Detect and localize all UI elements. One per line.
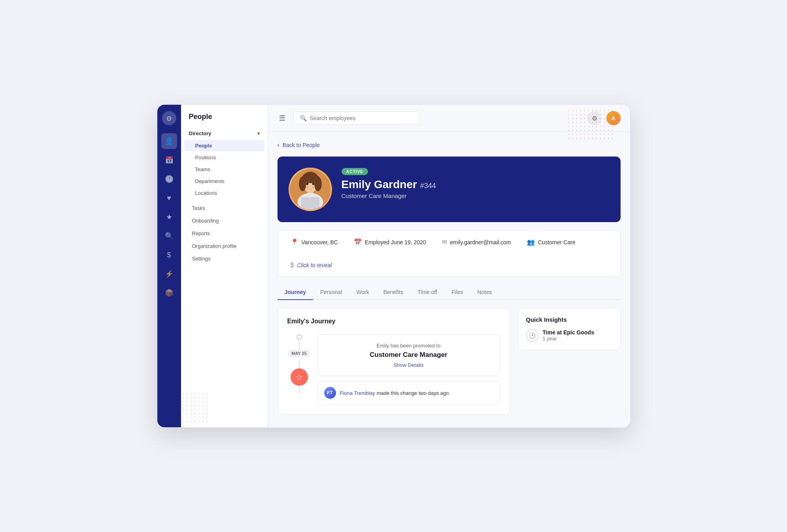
icon-sidebar: ⊙ 👤 📅 🕐 ♥ ★ 🔍 $ ⚡ 📦 [157,105,181,427]
nav-item-onboarding[interactable]: Onboarding [184,215,264,227]
sidebar-icon-box[interactable]: 📦 [161,285,177,301]
network-icon: ⚡ [165,270,174,278]
journey-layout: Emily's Journey MAY 25 ☆ [277,308,621,415]
insight-label: Time at Epic Goods [543,329,594,336]
event-subtitle: Emily has been promoted to [326,343,492,349]
employee-number: #344 [420,182,436,190]
app-container: ⊙ 👤 📅 🕐 ♥ ★ 🔍 $ ⚡ 📦 People [157,104,631,428]
timeline-top-node [296,334,302,340]
settings-icon: ⚙ [592,115,597,122]
sidebar-icon-dollar[interactable]: $ [161,247,177,263]
event-title: Customer Care Manager [326,351,492,359]
tab-files[interactable]: Files [444,285,470,300]
profile-info: ACTIVE Emily Gardner #344 Customer Care … [342,168,608,199]
location-text: Vancouver, BC [302,239,338,245]
magnify-icon: 🔍 [165,232,174,240]
show-details-link[interactable]: Show Details [326,362,492,368]
tab-work[interactable]: Work [349,285,376,300]
top-bar: ☰ 🔍 ⚙ A [268,105,630,132]
quick-insights-card: Quick Insights 🕐 Time at Epic Goods 1 ye… [518,308,621,350]
sidebar-icon-heart[interactable]: ♥ [161,190,177,206]
timeline-line-top [299,341,300,349]
nav-item-settings[interactable]: Settings [184,253,264,265]
content-area: ‹ Back to People [268,132,630,427]
heart-icon: ♥ [167,194,171,202]
profile-avatar [289,168,332,211]
search-icon: 🔍 [300,115,307,121]
insight-clock-icon: 🕐 [526,329,539,342]
timeline-date-badge: MAY 25 [288,349,310,357]
hamburger-icon: ☰ [279,114,285,122]
nav-item-teams[interactable]: Teams [184,164,264,175]
sidebar-icon-people[interactable]: 👤 [161,133,177,149]
search-input[interactable] [310,115,413,121]
status-badge: ACTIVE [342,168,368,175]
change-description: made this change two days ago [377,390,449,396]
svg-rect-12 [301,197,319,209]
back-to-people-link[interactable]: ‹ Back to People [277,141,621,149]
top-bar-right: ⚙ A [587,111,621,125]
sidebar-icon-clock[interactable]: 🕐 [161,171,177,187]
chevron-down-icon: ▾ [257,131,260,136]
salary-detail[interactable]: $ Click to reveal [291,262,332,269]
event-change-card: FT Fiona Tremblay made this change two d… [317,381,500,405]
avatar-image [290,169,330,209]
settings-button[interactable]: ⚙ [587,111,602,125]
changer-avatar: FT [324,387,336,399]
location-detail: 📍 Vancouver, BC [291,238,338,246]
nav-sidebar: People Directory ▾ People Positions Team… [181,105,268,427]
tab-personal[interactable]: Personal [313,285,349,300]
tab-journey[interactable]: Journey [277,285,313,300]
calendar-icon: 📅 [165,156,174,164]
nav-item-locations[interactable]: Locations [184,187,264,199]
department-detail: 👥 Customer Care [527,238,576,246]
nav-item-people[interactable]: People [184,140,264,151]
sidebar-icon-calendar[interactable]: 📅 [161,152,177,168]
sidebar-icon-star[interactable]: ★ [161,209,177,225]
nav-item-tasks[interactable]: Tasks [184,202,264,214]
email-text: emily.gardner@mail.com [450,239,511,245]
timeline-star-button[interactable]: ☆ [291,368,308,386]
search-bar: 🔍 [293,111,420,125]
hamburger-button[interactable]: ☰ [277,112,287,124]
app-logo[interactable]: ⊙ [162,111,176,125]
event-card: Emily has been promoted to Customer Care… [317,334,500,376]
insight-content: Time at Epic Goods 1 year [543,329,594,341]
back-arrow-icon: ‹ [277,141,279,149]
journey-section-title: Emily's Journey [287,318,500,325]
dollar-icon: $ [167,251,171,259]
tab-notes[interactable]: Notes [470,285,499,300]
nav-item-org-profile[interactable]: Organization profile [184,240,264,252]
nav-sidebar-title: People [181,113,268,127]
tab-time-off[interactable]: Time off [410,285,444,300]
department-text: Customer Care [538,239,576,245]
nav-item-reports[interactable]: Reports [184,227,264,240]
main-content: ☰ 🔍 ⚙ A ‹ Back to People [268,105,630,427]
star-icon: ☆ [296,372,303,382]
clock-icon: 🕐 [165,175,174,183]
journey-card: Emily's Journey MAY 25 ☆ [277,308,510,415]
insight-item-time: 🕐 Time at Epic Goods 1 year [526,329,612,342]
timeline-left: MAY 25 ☆ [287,334,311,405]
user-avatar-button[interactable]: A [606,111,621,125]
insights-title: Quick Insights [526,316,612,323]
svg-point-8 [306,183,308,185]
directory-label: Directory [189,130,211,136]
directory-section-header[interactable]: Directory ▾ [181,127,268,140]
employed-date-detail: 📅 Employed June 19, 2020 [354,238,426,246]
nav-item-departments[interactable]: Departments [184,175,264,187]
profile-header-content: ACTIVE Emily Gardner #344 Customer Care … [277,157,621,222]
tab-benefits[interactable]: Benefits [376,285,411,300]
salary-reveal-text[interactable]: Click to reveal [297,262,332,268]
nav-item-positions[interactable]: Positions [184,152,264,163]
timeline-event: MAY 25 ☆ Emily has been promoted to [287,334,500,405]
top-bar-left: ☰ 🔍 [277,111,420,125]
sidebar-icon-search[interactable]: 🔍 [161,228,177,244]
box-icon: 📦 [165,289,174,297]
location-icon: 📍 [291,238,298,246]
back-link-label: Back to People [283,142,320,148]
email-detail: ✉ emily.gardner@mail.com [442,238,511,246]
sidebar-icon-network[interactable]: ⚡ [161,266,177,282]
calendar-detail-icon: 📅 [354,238,362,246]
timeline-connector: MAY 25 ☆ [288,334,310,394]
